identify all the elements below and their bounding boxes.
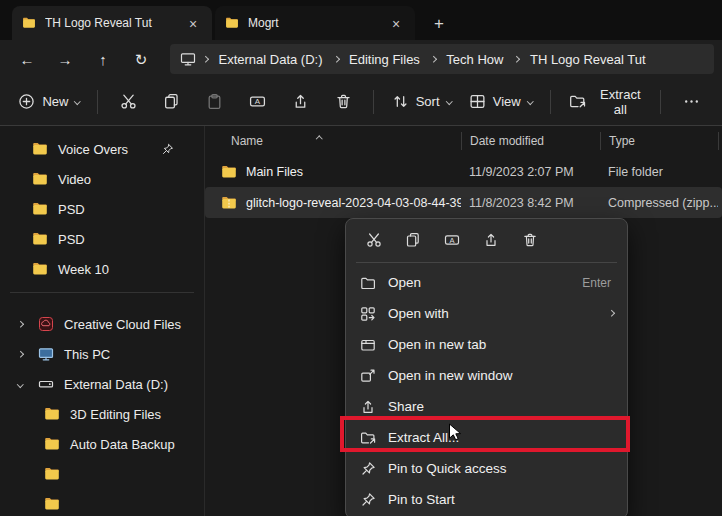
plus-icon xyxy=(434,15,444,32)
svg-text:A: A xyxy=(255,97,261,106)
menu-item-share[interactable]: Share xyxy=(350,391,623,422)
menu-item-extract-all[interactable]: Extract All... xyxy=(350,422,623,453)
rename-icon: A xyxy=(444,232,460,248)
menu-divider xyxy=(356,262,617,263)
menu-delete-button[interactable] xyxy=(512,225,548,255)
folder-icon xyxy=(44,406,60,422)
file-row-glitch-zip[interactable]: glitch-logo-reveal-2023-04-03-08-44-39 1… xyxy=(205,187,722,218)
sort-label: Sort xyxy=(416,94,440,109)
toolbar-divider xyxy=(373,90,374,114)
sidebar-item-blender[interactable] xyxy=(4,459,200,489)
sidebar-item-partial[interactable] xyxy=(4,489,200,516)
back-button[interactable] xyxy=(10,43,44,75)
folder-icon xyxy=(32,171,48,187)
extract-all-button[interactable]: Extract all xyxy=(562,85,655,119)
close-tab-icon[interactable] xyxy=(184,14,202,32)
delete-button[interactable] xyxy=(324,85,362,119)
menu-item-open-in-new-tab[interactable]: Open in new tab xyxy=(350,329,623,360)
sidebar-item-week-10[interactable]: Week 10 xyxy=(4,254,200,284)
chevron-down-icon xyxy=(446,98,452,104)
delete-icon xyxy=(522,232,538,248)
menu-item-pin-to-quick-access[interactable]: Pin to Quick access xyxy=(350,453,623,484)
open-icon xyxy=(360,275,376,291)
breadcrumb-item-tech-how[interactable]: Tech How xyxy=(442,50,507,69)
file-type: Compressed (zipp... xyxy=(600,196,718,210)
sidebar-item-label: 3D Editing Files xyxy=(70,407,161,422)
chevron-right-icon xyxy=(333,56,339,62)
share-icon xyxy=(360,399,376,415)
refresh-button[interactable] xyxy=(124,43,158,75)
sidebar-item-creative-cloud-files[interactable]: Creative Cloud Files xyxy=(4,309,200,339)
collapse-chevron-icon[interactable] xyxy=(12,382,28,387)
expand-chevron-icon[interactable] xyxy=(12,352,28,357)
sidebar-item-psd-1[interactable]: PSD xyxy=(4,194,200,224)
breadcrumb-item-current[interactable]: TH Logo Reveal Tut xyxy=(526,50,650,69)
forward-button[interactable] xyxy=(48,43,82,75)
sidebar-divider xyxy=(10,292,194,293)
file-row-main-files[interactable]: Main Files 11/9/2023 2:07 PM File folder xyxy=(205,156,722,187)
menu-cut-button[interactable] xyxy=(356,225,392,255)
sidebar-item-label: Video xyxy=(58,172,91,187)
expand-chevron-icon[interactable] xyxy=(12,322,28,327)
folder-icon xyxy=(44,496,60,512)
menu-item-open[interactable]: Open Enter xyxy=(350,267,623,298)
menu-item-pin-to-start[interactable]: Pin to Start xyxy=(350,484,623,515)
navigation-pane: Voice Overs Video PSD PSD Week 10 Creati… xyxy=(0,126,205,516)
chevron-down-icon xyxy=(527,98,533,104)
file-date: 11/8/2023 8:42 PM xyxy=(461,196,600,210)
svg-text:A: A xyxy=(449,236,454,245)
column-header-type[interactable]: Type xyxy=(600,132,718,150)
sidebar-item-this-pc[interactable]: This PC xyxy=(4,339,200,369)
column-header-size[interactable]: Size xyxy=(718,132,722,150)
folder-icon xyxy=(32,231,48,247)
new-label: New xyxy=(42,94,68,109)
sidebar-item-voice-overs[interactable]: Voice Overs xyxy=(4,134,200,164)
breadcrumb-item-editing-files[interactable]: Editing Files xyxy=(345,50,424,69)
this-pc-icon xyxy=(38,346,54,362)
share-button[interactable] xyxy=(281,85,319,119)
new-button[interactable]: New xyxy=(12,85,86,119)
sidebar-item-auto-data-backup[interactable]: Auto Data Backup xyxy=(4,429,200,459)
tab-th-logo-reveal-tut[interactable]: TH Logo Reveal Tut xyxy=(12,6,212,40)
copy-button[interactable] xyxy=(152,85,190,119)
sidebar-item-psd-2[interactable]: PSD xyxy=(4,224,200,254)
paste-button[interactable] xyxy=(195,85,233,119)
folder-icon xyxy=(221,164,237,180)
submenu-chevron-icon xyxy=(608,310,614,316)
sort-button[interactable]: Sort xyxy=(385,85,457,119)
close-tab-icon[interactable] xyxy=(387,14,405,32)
cut-icon xyxy=(366,232,382,248)
sidebar-item-video[interactable]: Video xyxy=(4,164,200,194)
toolbar-divider xyxy=(550,90,551,114)
rename-button[interactable]: A xyxy=(238,85,276,119)
more-icon xyxy=(683,93,700,110)
address-bar[interactable]: External Data (D:) Editing Files Tech Ho… xyxy=(170,44,714,74)
breadcrumb-item-drive[interactable]: External Data (D:) xyxy=(215,50,327,69)
menu-item-open-with[interactable]: Open with xyxy=(350,298,623,329)
up-button[interactable] xyxy=(86,43,120,75)
view-button[interactable]: View xyxy=(462,85,538,119)
sidebar-item-external-data-drive[interactable]: External Data (D:) xyxy=(4,369,200,399)
menu-share-button[interactable] xyxy=(473,225,509,255)
file-name: Main Files xyxy=(246,165,303,179)
menu-copy-button[interactable] xyxy=(395,225,431,255)
copy-icon xyxy=(163,93,180,110)
refresh-icon xyxy=(135,52,148,67)
more-options-button[interactable] xyxy=(672,85,710,119)
shortcut-label: Enter xyxy=(582,276,611,290)
sidebar-item-3d-editing-files[interactable]: 3D Editing Files xyxy=(4,399,200,429)
chevron-right-icon xyxy=(430,56,436,62)
sidebar-item-label: Voice Overs xyxy=(58,142,128,157)
menu-rename-button[interactable]: A xyxy=(434,225,470,255)
folder-icon xyxy=(32,261,48,277)
tab-mogrt[interactable]: Mogrt xyxy=(215,6,415,40)
cut-button[interactable] xyxy=(109,85,147,119)
creative-cloud-icon xyxy=(38,316,54,332)
new-tab-button[interactable] xyxy=(424,8,454,38)
back-icon xyxy=(20,52,35,67)
extract-all-icon xyxy=(360,430,376,446)
column-header-date-modified[interactable]: Date modified xyxy=(461,132,600,150)
sidebar-item-label: Auto Data Backup xyxy=(70,437,175,452)
column-header-name[interactable]: Name xyxy=(221,132,461,150)
menu-item-open-in-new-window[interactable]: Open in new window xyxy=(350,360,623,391)
